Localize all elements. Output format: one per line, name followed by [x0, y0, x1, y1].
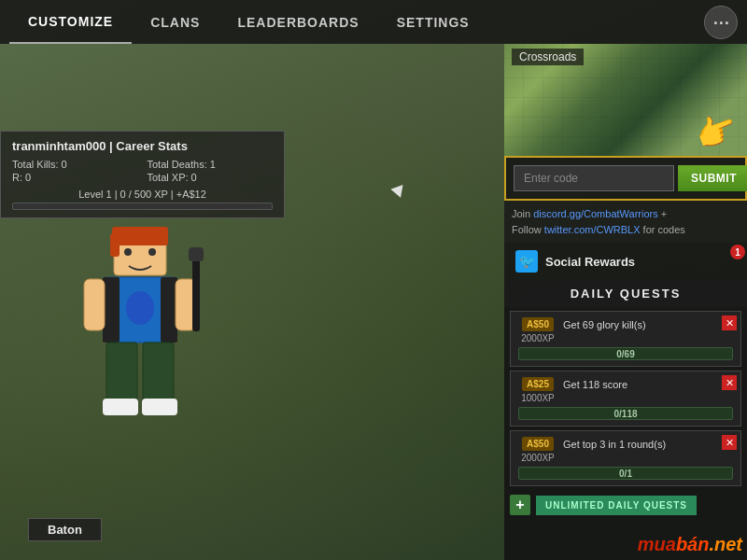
stats-title: tranminhtam000 | Career Stats [12, 139, 273, 153]
discord-link[interactable]: discord.gg/CombatWarriors [533, 208, 657, 219]
rank-stat: R: 0 [12, 172, 138, 183]
quest-progress-text-3: 0/1 [619, 469, 632, 479]
quest-reward-3: A$50 2000XP [518, 437, 557, 463]
deaths-stat: Total Deaths: 1 [148, 159, 274, 170]
quest-gold-3: A$50 [522, 437, 554, 451]
discord-suffix: + [658, 208, 667, 219]
svg-rect-2 [110, 233, 120, 257]
quest-desc-2: Get 118 score [563, 377, 733, 390]
hand-icon: 👉 [690, 106, 743, 156]
quest-xp-1: 2000XP [521, 333, 555, 343]
twitter-suffix: for codes [641, 224, 685, 235]
quest-gold-2: A$25 [522, 377, 554, 391]
level-bar [12, 203, 273, 210]
discord-text: Join [512, 208, 533, 219]
quest-close-3[interactable]: ✕ [722, 435, 737, 450]
watermark-part2: bán [676, 534, 710, 554]
svg-rect-5 [161, 277, 177, 343]
nav-customize[interactable]: CUSTOMIZE [9, 0, 132, 44]
quest-item-1: A$50 2000XP Get 69 glory kill(s) 0/69 ✕ [510, 311, 741, 367]
svg-rect-1 [112, 227, 168, 245]
svg-rect-10 [189, 247, 204, 261]
code-entry-section: SUBMIT [504, 156, 747, 201]
watermark: muabán.net [638, 534, 742, 555]
map-preview: Crossroads 👉 [504, 44, 747, 156]
quest-progress-text-1: 0/69 [616, 349, 634, 359]
quest-progress-bar-3: 0/1 [518, 467, 733, 480]
twitter-link[interactable]: twitter.com/CWRBLX [544, 224, 641, 235]
quest-desc-1: Get 69 glory kill(s) [563, 317, 733, 330]
submit-button[interactable]: SUBMIT [678, 165, 747, 191]
quest-reward-2: A$25 1000XP [518, 377, 557, 403]
svg-rect-4 [103, 277, 120, 343]
social-rewards-button[interactable]: 🐦 Social Rewards 1 [504, 243, 747, 280]
svg-rect-13 [103, 399, 138, 415]
quest-gold-1: A$50 [522, 317, 554, 331]
quest-progress-text-2: 0/118 [613, 409, 637, 419]
quest-progress-bar-2: 0/118 [518, 407, 733, 420]
character-panel: tranminhtam000 | Career Stats Total Kill… [0, 131, 289, 218]
svg-rect-12 [143, 343, 174, 403]
quests-title: DAILY QUESTS [504, 280, 747, 307]
quest-item-2: A$25 1000XP Get 118 score 0/118 ✕ [510, 371, 741, 427]
notification-badge: 1 [730, 245, 745, 259]
add-quest-button[interactable]: + [510, 495, 530, 515]
menu-button[interactable]: ⋯ [704, 6, 738, 39]
map-name: Crossroads [512, 49, 584, 65]
watermark-part1: mua [638, 534, 676, 554]
svg-rect-14 [142, 399, 177, 415]
svg-rect-7 [84, 279, 105, 330]
follow-text: Follow [512, 224, 544, 235]
social-info: Join discord.gg/CombatWarriors + Follow … [504, 201, 747, 243]
quest-xp-2: 1000XP [521, 393, 555, 403]
social-rewards-label: Social Rewards [545, 255, 635, 269]
stats-box: tranminhtam000 | Career Stats Total Kill… [0, 131, 285, 218]
navigation-bar: CUSTOMIZE CLANS LEADERBOARDS SETTINGS ⋯ [0, 0, 747, 44]
nav-settings[interactable]: SETTINGS [378, 0, 488, 44]
level-text: Level 1 | 0 / 500 XP | +A$12 [78, 189, 206, 200]
right-panel: Crossroads 👉 SUBMIT Join discord.gg/Comb… [504, 44, 747, 560]
quest-close-1[interactable]: ✕ [722, 315, 737, 330]
quest-xp-3: 2000XP [521, 453, 555, 463]
twitter-icon: 🐦 [515, 250, 538, 273]
character-display [19, 187, 261, 513]
code-input[interactable] [514, 165, 674, 191]
watermark-part3: .net [709, 534, 742, 554]
unlimited-quests-button[interactable]: UNLIMITED DAILY QUESTS [536, 496, 697, 515]
svg-point-15 [124, 248, 132, 256]
xp-stat: Total XP: 0 [148, 172, 274, 183]
nav-clans[interactable]: CLANS [132, 0, 218, 44]
quest-reward-1: A$50 2000XP [518, 317, 557, 343]
nav-leaderboards[interactable]: LEADERBOARDS [218, 0, 377, 44]
character-svg [75, 219, 205, 481]
svg-point-16 [148, 248, 156, 256]
weapon-label: Baton [28, 518, 102, 541]
svg-rect-11 [106, 343, 137, 403]
quest-add-row: + UNLIMITED DAILY QUESTS [504, 490, 747, 520]
quest-progress-bar-1: 0/69 [518, 347, 733, 360]
quests-panel: DAILY QUESTS A$50 2000XP Get 69 glory ki… [504, 280, 747, 560]
quest-close-2[interactable]: ✕ [722, 375, 737, 390]
quest-desc-3: Get top 3 in 1 round(s) [563, 437, 733, 450]
kills-stat: Total Kills: 0 [12, 159, 138, 170]
svg-point-6 [126, 291, 154, 325]
quest-item-3: A$50 2000XP Get top 3 in 1 round(s) 0/1 … [510, 430, 741, 486]
